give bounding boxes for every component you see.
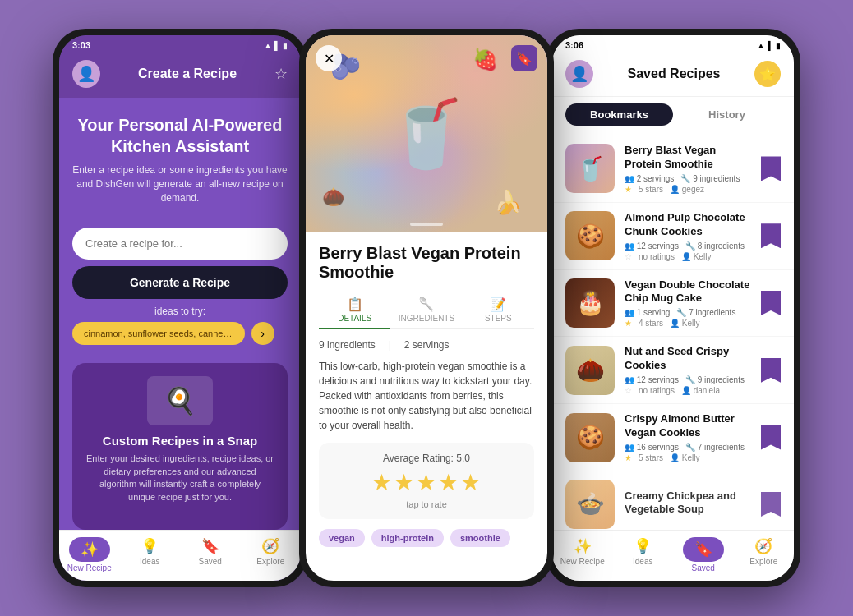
- recipe-tags: vegan high-protein smoothie: [319, 529, 534, 547]
- bookmark-3[interactable]: [761, 291, 781, 315]
- header-star-button[interactable]: ⭐: [754, 61, 781, 87]
- nav-label-new-recipe: New Recipe: [67, 563, 112, 572]
- nav-new-recipe-1[interactable]: ✨ New Recipe: [59, 537, 120, 572]
- bookmark-star-icon[interactable]: ☆: [274, 65, 288, 83]
- card-description: Enter your desired ingredients, recipe i…: [85, 453, 274, 503]
- bookmark-button[interactable]: 🔖: [511, 45, 537, 71]
- ingredients-icon: 🥄: [418, 297, 435, 312]
- bookmark-6[interactable]: [761, 492, 781, 517]
- tab-ingredients-label: INGREDIENTS: [399, 314, 454, 323]
- ingredients-4: 🔧 9 ingredients: [685, 375, 745, 384]
- bookmark-5[interactable]: [761, 425, 781, 450]
- avatar-image: 👤: [77, 65, 95, 83]
- recipe-info-6: Creamy Chickpea and Vegetable Soup: [625, 490, 751, 520]
- phone-2-screen: 🥤 🫐 🍓 🌰 🍌 ✕ 🔖 Berry Blast Vegan Protein …: [306, 35, 547, 581]
- nav-ideas-3[interactable]: 💡 Ideas: [613, 537, 674, 572]
- tag-smoothie[interactable]: smoothie: [450, 529, 510, 547]
- recipe-name-6: Creamy Chickpea and Vegetable Soup: [625, 490, 751, 517]
- meta-divider: |: [389, 339, 391, 351]
- recipe-info-1: Berry Blast Vegan Protein Smoothie 👥 2 s…: [625, 144, 751, 194]
- star-empty-4: ☆: [625, 386, 632, 395]
- nav-saved-3[interactable]: 🔖 Saved: [673, 537, 734, 572]
- thumb-emoji-5: 🍪: [576, 424, 605, 451]
- close-button[interactable]: ✕: [316, 45, 342, 71]
- nav-explore-1[interactable]: 🧭 Explore: [241, 537, 302, 572]
- stars-display[interactable]: ★★★★★: [329, 469, 524, 496]
- recipe-name-5: Crispy Almond Butter Vegan Cookies: [625, 412, 751, 440]
- list-item[interactable]: 🍪 Crispy Almond Butter Vegan Cookies 👥 1…: [552, 404, 794, 471]
- tab-bookmarks[interactable]: Bookmarks: [565, 103, 673, 126]
- bookmark-2[interactable]: [761, 223, 781, 248]
- recipe-input[interactable]: [72, 228, 288, 260]
- recipe-name-2: Almond Pulp Chocolate Chunk Cookies: [625, 211, 751, 239]
- details-icon: 📋: [347, 297, 363, 312]
- recipe-thumbnail-3: 🎂: [565, 278, 615, 328]
- ideas-icon-3: 💡: [634, 537, 652, 555]
- tag-vegan[interactable]: vegan: [319, 529, 365, 547]
- tab-steps[interactable]: 📝 STEPS: [463, 292, 534, 328]
- ideas-icon: 💡: [141, 537, 159, 555]
- ideas-label: ideas to try:: [72, 306, 288, 317]
- author-4: 👤 daniela: [681, 386, 720, 395]
- nav-label-new-recipe-3: New Recipe: [560, 557, 605, 566]
- nav-new-recipe-3[interactable]: ✨ New Recipe: [552, 537, 613, 572]
- explore-icon: 🧭: [261, 537, 279, 555]
- recipe-info-4: Nut and Seed Crispy Cookies 👥 12 serving…: [625, 345, 751, 395]
- author-3: 👤 Kelly: [670, 319, 699, 328]
- recipe-thumbnail-2: 🍪: [565, 211, 615, 260]
- tab-history[interactable]: History: [673, 103, 781, 126]
- card-illustration: 🍳: [147, 376, 213, 425]
- list-item[interactable]: 🍲 Creamy Chickpea and Vegetable Soup: [552, 471, 794, 530]
- star-5: ★: [625, 453, 632, 462]
- drag-indicator: [410, 223, 443, 226]
- recipe-image: 🥤 🫐 🍓 🌰 🍌 ✕ 🔖: [306, 35, 547, 232]
- recipe-rating-5: ★ 5 stars 👤 Kelly: [625, 453, 751, 462]
- recipe-details-1: 👥 2 servings 🔧 9 ingredients: [625, 174, 751, 183]
- servings-4: 👥 12 servings: [625, 375, 679, 384]
- explore-icon-3: 🧭: [754, 537, 772, 555]
- ingredients-2: 🔧 8 ingredients: [685, 241, 745, 251]
- list-item[interactable]: 🎂 Vegan Double Chocolate Chip Mug Cake 👥…: [552, 270, 794, 338]
- ideas-chip[interactable]: cinnamon, sunflower seeds, canned pumpki…: [72, 322, 245, 345]
- recipe-rating-3: ★ 4 stars 👤 Kelly: [625, 319, 751, 328]
- recipe-thumbnail-1: 🥤: [565, 144, 615, 193]
- tag-high-protein[interactable]: high-protein: [371, 529, 444, 547]
- food-decor-2: 🍓: [473, 48, 498, 71]
- new-recipe-icon: ✨: [81, 541, 99, 558]
- hero-description: Enter a recipe idea or some ingredients …: [72, 163, 288, 205]
- tab-details[interactable]: 📋 DETAILS: [319, 292, 390, 329]
- bookmark-1[interactable]: [761, 156, 781, 181]
- food-decor-4: 🍌: [494, 189, 523, 216]
- star-icon: ⭐: [759, 67, 776, 82]
- hero-title: Your Personal AI-Powered Kitchen Assista…: [72, 114, 288, 157]
- tab-ingredients[interactable]: 🥄 INGREDIENTS: [390, 292, 462, 328]
- rating-card: Average Rating: 5.0 ★★★★★ tap to rate: [319, 443, 534, 519]
- nav-ideas-1[interactable]: 💡 Ideas: [120, 537, 181, 572]
- tab-details-label: DETAILS: [338, 314, 371, 323]
- tap-rate-label[interactable]: tap to rate: [329, 499, 524, 509]
- nav-saved-1[interactable]: 🔖 Saved: [180, 537, 241, 572]
- nav-label-saved-3: Saved: [692, 563, 715, 572]
- average-rating-label: Average Rating: 5.0: [329, 453, 524, 464]
- thumb-emoji-4: 🌰: [576, 356, 605, 384]
- recipe-thumbnail-4: 🌰: [565, 346, 615, 395]
- recipe-rating-4: ☆ no ratings 👤 daniela: [625, 386, 751, 395]
- time-1: 3:03: [72, 40, 90, 50]
- bookmark-4[interactable]: [761, 358, 781, 383]
- avatar-image-3: 👤: [570, 65, 588, 83]
- list-item[interactable]: 🍪 Almond Pulp Chocolate Chunk Cookies 👥 …: [552, 203, 794, 270]
- list-item[interactable]: 🌰 Nut and Seed Crispy Cookies 👥 12 servi…: [552, 337, 794, 404]
- list-item[interactable]: 🥤 Berry Blast Vegan Protein Smoothie 👥 2…: [552, 136, 794, 203]
- avatar-3[interactable]: 👤: [565, 60, 593, 88]
- next-chip-button[interactable]: ›: [251, 322, 274, 345]
- recipe-content: Berry Blast Vegan Protein Smoothie 📋 DET…: [306, 232, 547, 581]
- battery-icon-3: ▮: [776, 41, 781, 50]
- generate-button[interactable]: Generate a Recipe: [72, 266, 288, 299]
- recipe-meta: 9 ingredients | 2 servings: [319, 339, 534, 351]
- phone-1-screen: 3:03 ▲ ▌ ▮ 👤 Create a Recipe ☆ Your Pers…: [59, 35, 301, 581]
- nav-explore-3[interactable]: 🧭 Explore: [734, 537, 795, 572]
- avatar[interactable]: 👤: [72, 60, 100, 88]
- food-decor-3: 🌰: [322, 186, 344, 208]
- ingredients-3: 🔧 7 ingredients: [676, 308, 735, 317]
- phones-container: 3:03 ▲ ▌ ▮ 👤 Create a Recipe ☆ Your Pers…: [0, 0, 853, 616]
